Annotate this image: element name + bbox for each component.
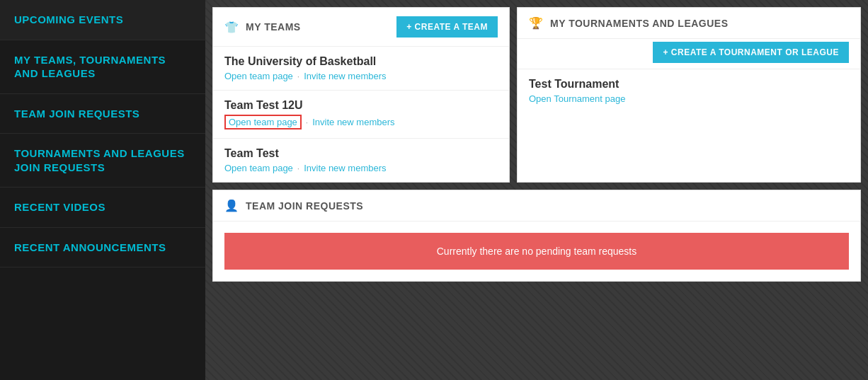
my-teams-title-area: 👕 My Teams <box>224 21 301 34</box>
main-content: 👕 My Teams + Create a Team The Universit… <box>205 0 868 380</box>
my-teams-card: 👕 My Teams + Create a Team The Universit… <box>212 7 510 183</box>
team-name: Team Test <box>224 147 498 160</box>
tournament-name: Test Tournament <box>529 78 849 91</box>
team-links: Open team page · Invite new members <box>224 115 498 129</box>
separator: · <box>297 71 299 81</box>
separator: · <box>297 163 299 173</box>
team-join-title: Team Join Requests <box>246 200 363 212</box>
sidebar-item-label: Upcoming Events <box>14 13 123 25</box>
my-teams-title: My Teams <box>246 21 301 33</box>
separator: · <box>306 117 308 127</box>
my-tournaments-card: 🏆 My Tournaments and Leagues + Create a … <box>517 7 861 183</box>
sidebar-item-tournaments-join-requests[interactable]: Tournaments and Leagues Join Requests <box>0 134 205 188</box>
team-item-test-12u: Team Test 12U Open team page · Invite ne… <box>213 91 509 139</box>
tournament-item-test: Test Tournament Open Tournament page <box>518 69 860 113</box>
my-tournaments-title-area: 🏆 My Tournaments and Leagues <box>529 16 729 30</box>
team-join-requests-card: 👤 Team Join Requests Currently there are… <box>212 190 861 282</box>
invite-members-link[interactable]: Invite new members <box>312 117 394 127</box>
team-name: Team Test 12U <box>224 99 498 112</box>
sidebar-item-recent-announcements[interactable]: Recent Announcements <box>0 228 205 268</box>
sidebar-item-label: Recent Videos <box>14 201 105 213</box>
open-team-page-link-highlighted[interactable]: Open team page <box>224 115 302 129</box>
sidebar-item-team-join-requests[interactable]: Team Join Requests <box>0 94 205 134</box>
sidebar-item-my-teams-tournaments[interactable]: My Teams, Tournaments and Leagues <box>0 40 205 94</box>
sidebar-item-label: Recent Announcements <box>14 241 166 253</box>
team-join-title-area: 👤 Team Join Requests <box>224 199 363 212</box>
sidebar-item-upcoming-events[interactable]: Upcoming Events <box>0 0 205 40</box>
team-item-university-basketball: The University of Basketball Open team p… <box>213 47 509 91</box>
my-tournaments-card-header: 🏆 My Tournaments and Leagues <box>518 8 860 39</box>
team-item-team-test: Team Test Open team page · Invite new me… <box>213 139 509 182</box>
person-icon: 👤 <box>224 199 239 212</box>
open-team-page-link[interactable]: Open team page <box>224 163 293 173</box>
shirt-icon: 👕 <box>224 21 239 34</box>
team-join-requests-header: 👤 Team Join Requests <box>213 190 860 221</box>
sidebar-item-label: My Teams, Tournaments and Leagues <box>14 54 166 80</box>
my-tournaments-title: My Tournaments and Leagues <box>550 18 729 29</box>
trophy-icon: 🏆 <box>529 16 543 30</box>
sidebar-item-label: Tournaments and Leagues Join Requests <box>14 147 185 173</box>
tournament-links: Open Tournament page <box>529 93 849 104</box>
create-team-button[interactable]: + Create a Team <box>396 16 498 38</box>
my-teams-card-header: 👕 My Teams + Create a Team <box>213 8 509 47</box>
team-name: The University of Basketball <box>224 55 498 68</box>
open-team-page-link[interactable]: Open team page <box>224 71 293 81</box>
sidebar: Upcoming Events My Teams, Tournaments an… <box>0 0 205 380</box>
team-links: Open team page · Invite new members <box>224 163 498 173</box>
open-tournament-page-link[interactable]: Open Tournament page <box>529 93 625 104</box>
no-requests-banner: Currently there are no pending team requ… <box>224 233 849 270</box>
invite-members-link[interactable]: Invite new members <box>304 71 386 81</box>
team-links: Open team page · Invite new members <box>224 71 498 81</box>
top-row: 👕 My Teams + Create a Team The Universit… <box>212 7 861 183</box>
invite-members-link[interactable]: Invite new members <box>304 163 386 173</box>
create-tournament-button[interactable]: + Create a Tournament or League <box>653 42 849 63</box>
sidebar-item-label: Team Join Requests <box>14 108 139 120</box>
sidebar-item-recent-videos[interactable]: Recent Videos <box>0 188 205 228</box>
